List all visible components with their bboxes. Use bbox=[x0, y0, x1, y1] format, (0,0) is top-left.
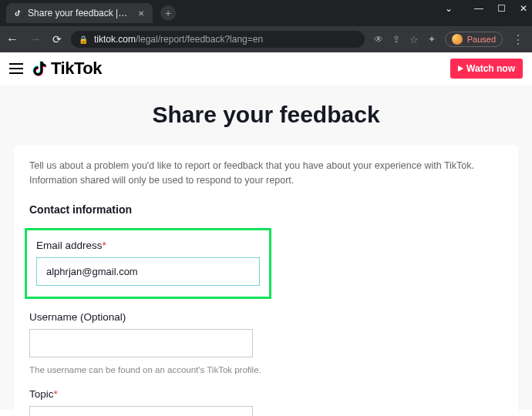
email-label: Email address* bbox=[36, 240, 260, 251]
eye-off-icon[interactable]: 👁 bbox=[374, 34, 383, 45]
email-highlight-box: Email address* bbox=[25, 228, 271, 299]
url-path: /legal/report/feedback?lang=en bbox=[136, 34, 263, 45]
tab-close-icon[interactable]: ✕ bbox=[138, 9, 143, 18]
topic-label: Topic* bbox=[29, 388, 503, 400]
window-maximize-button[interactable]: ☐ bbox=[497, 3, 506, 14]
tiktok-favicon bbox=[14, 8, 22, 18]
required-asterisk: * bbox=[54, 388, 58, 400]
hamburger-menu-icon[interactable] bbox=[9, 63, 23, 74]
window-minimize-button[interactable]: — bbox=[474, 3, 483, 14]
required-asterisk: * bbox=[103, 240, 106, 251]
tab-title: Share your feedback | TikTok bbox=[28, 8, 127, 18]
tiktok-note-icon bbox=[31, 59, 49, 78]
username-hint: The username can be found on an account'… bbox=[29, 365, 503, 374]
contact-section-heading: Contact information bbox=[29, 203, 503, 216]
avatar-icon bbox=[452, 34, 463, 45]
browser-tab[interactable]: Share your feedback | TikTok ✕ bbox=[6, 3, 153, 23]
forward-button: → bbox=[29, 32, 42, 46]
profile-paused-chip[interactable]: Paused bbox=[445, 32, 503, 47]
username-input[interactable] bbox=[29, 329, 253, 357]
share-icon[interactable]: ⇪ bbox=[392, 34, 400, 45]
tiktok-logo[interactable]: TikTok bbox=[31, 59, 102, 79]
address-bar[interactable]: 🔒 tiktok.com/legal/report/feedback?lang=… bbox=[71, 31, 365, 48]
email-input[interactable] bbox=[36, 257, 260, 286]
url-host: tiktok.com bbox=[94, 34, 136, 45]
back-button[interactable]: ← bbox=[6, 32, 19, 46]
window-close-button[interactable]: ✕ bbox=[520, 3, 527, 14]
logo-text: TikTok bbox=[51, 59, 102, 79]
bookmark-star-icon[interactable]: ☆ bbox=[409, 34, 419, 45]
watch-now-button[interactable]: Watch now bbox=[450, 59, 523, 79]
intro-text: Tell us about a problem you'd like to re… bbox=[29, 159, 503, 188]
kebab-menu-icon[interactable]: ⋮ bbox=[512, 32, 526, 47]
lock-icon: 🔒 bbox=[79, 35, 88, 44]
watch-now-label: Watch now bbox=[466, 63, 515, 74]
profile-status-label: Paused bbox=[467, 35, 496, 44]
new-tab-button[interactable]: + bbox=[160, 5, 176, 21]
page-title: Share your feedback bbox=[0, 102, 532, 128]
play-icon bbox=[458, 65, 463, 72]
feedback-card: Tell us about a problem you'd like to re… bbox=[14, 145, 518, 416]
extensions-icon[interactable]: ✦ bbox=[428, 34, 436, 45]
reload-button[interactable]: ⟳ bbox=[52, 33, 62, 45]
username-label: Username (Optional) bbox=[29, 311, 503, 323]
topic-select[interactable]: Select an option bbox=[29, 406, 253, 417]
tabs-dropdown-icon[interactable]: ⌄ bbox=[445, 3, 453, 14]
